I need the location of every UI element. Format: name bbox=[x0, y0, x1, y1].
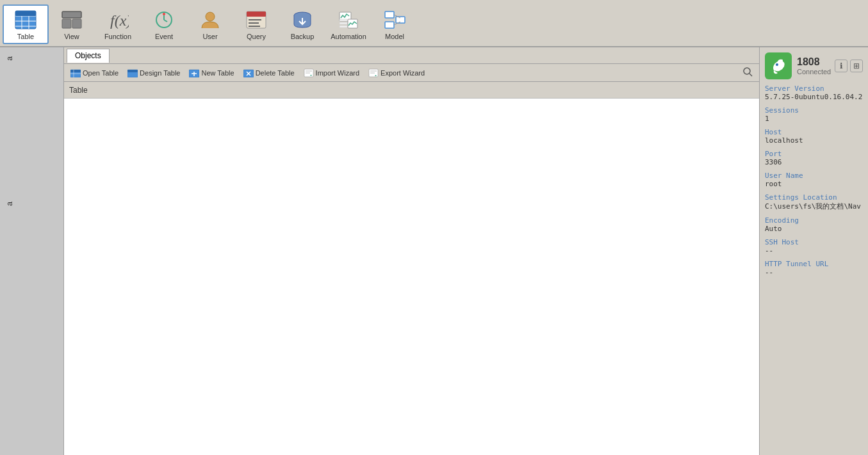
user-name-row: User Name root bbox=[765, 172, 863, 188]
server-version-value: 5.7.25-0ubuntu0.16.04.2 bbox=[765, 93, 863, 101]
svg-text:f(x): f(x) bbox=[110, 12, 129, 29]
content-area: Objects Open Table bbox=[64, 47, 759, 455]
svg-point-53 bbox=[776, 63, 778, 66]
design-table-button[interactable]: Design Table bbox=[124, 67, 184, 79]
user-name-label: User Name bbox=[765, 172, 863, 180]
toolbar-automation-label: Automation bbox=[331, 33, 366, 40]
svg-rect-7 bbox=[62, 12, 81, 18]
table-content-area bbox=[64, 99, 759, 455]
settings-location-value: C:\users\fs\我的文档\Nav bbox=[765, 202, 863, 211]
server-version-row: Server Version 5.7.25-0ubuntu0.16.04.2 bbox=[765, 84, 863, 101]
connection-info: 1808 Connected bbox=[765, 52, 831, 79]
svg-rect-25 bbox=[340, 19, 347, 21]
toolbar-query-label: Query bbox=[247, 33, 266, 40]
toolbar-user[interactable]: User bbox=[187, 4, 233, 44]
http-tunnel-url-label: HTTP Tunnel URL bbox=[765, 260, 863, 268]
backup-icon bbox=[291, 8, 314, 31]
port-row: Port 3306 bbox=[765, 150, 863, 166]
svg-line-52 bbox=[749, 74, 752, 76]
toolbar-view[interactable]: View bbox=[49, 4, 95, 44]
model-icon bbox=[383, 8, 406, 31]
main-layout: a a Objects Open Table bbox=[0, 47, 868, 455]
search-button[interactable] bbox=[739, 65, 757, 80]
sessions-value: 1 bbox=[765, 115, 863, 123]
table-icon bbox=[14, 8, 37, 31]
host-value: localhost bbox=[765, 136, 863, 145]
function-icon: f(x) bbox=[106, 8, 129, 31]
sidebar-item-a2: a bbox=[0, 195, 19, 212]
connection-text: 1808 Connected bbox=[797, 56, 831, 76]
svg-point-15 bbox=[163, 13, 165, 15]
encoding-label: Encoding bbox=[765, 216, 863, 225]
toolbar-backup-label: Backup bbox=[291, 33, 315, 40]
new-table-button[interactable]: New Table bbox=[185, 67, 238, 79]
svg-rect-18 bbox=[247, 12, 266, 17]
toolbar-table-label: Table bbox=[17, 33, 34, 40]
toolbar-model-label: Model bbox=[385, 33, 404, 40]
user-icon bbox=[199, 8, 222, 31]
toolbar-event[interactable]: Event bbox=[141, 4, 187, 44]
toolbar-function[interactable]: f(x) Function bbox=[95, 4, 141, 44]
svg-rect-29 bbox=[385, 22, 394, 28]
tab-objects[interactable]: Objects bbox=[67, 49, 110, 63]
svg-rect-19 bbox=[249, 19, 261, 20]
view-icon bbox=[60, 8, 83, 31]
action-toolbar: Open Table Design Table bbox=[64, 64, 759, 82]
query-icon bbox=[245, 8, 268, 31]
automation-icon bbox=[337, 8, 360, 31]
new-table-icon bbox=[189, 68, 199, 78]
info-panel: 1808 Connected ℹ ⊞ Server Version 5.7.25… bbox=[759, 47, 868, 455]
svg-point-16 bbox=[206, 12, 215, 21]
breadcrumb-table: Table bbox=[69, 86, 88, 95]
breadcrumb-bar: Table bbox=[64, 82, 759, 99]
settings-location-row: Settings Location C:\users\fs\我的文档\Nav bbox=[765, 193, 863, 211]
sidebar-item-a1: a bbox=[0, 50, 19, 67]
ssh-host-label: SSH Host bbox=[765, 238, 863, 246]
svg-rect-20 bbox=[249, 22, 259, 24]
svg-rect-38 bbox=[127, 70, 138, 72]
object-tabs: Objects bbox=[64, 47, 759, 64]
sessions-row: Sessions 1 bbox=[765, 106, 863, 123]
encoding-row: Encoding Auto bbox=[765, 216, 863, 233]
export-wizard-icon bbox=[368, 68, 379, 78]
sidebar: a a bbox=[0, 47, 64, 455]
server-version-label: Server Version bbox=[765, 84, 863, 93]
delete-table-icon bbox=[243, 68, 254, 78]
user-name-value: root bbox=[765, 180, 863, 188]
toolbar-view-label: View bbox=[64, 33, 79, 40]
toolbar-table[interactable]: Table bbox=[3, 4, 49, 44]
host-row: Host localhost bbox=[765, 128, 863, 145]
toolbar-event-label: Event bbox=[155, 33, 173, 40]
main-toolbar: Table View f(x) Function bbox=[0, 3, 868, 47]
svg-line-14 bbox=[164, 20, 167, 22]
svg-rect-34 bbox=[70, 70, 81, 72]
sessions-label: Sessions bbox=[765, 106, 863, 115]
toolbar-query[interactable]: Query bbox=[233, 4, 279, 44]
http-tunnel-url-row: HTTP Tunnel URL -- bbox=[765, 260, 863, 276]
settings-location-label: Settings Location bbox=[765, 193, 863, 202]
port-value: 3306 bbox=[765, 158, 863, 166]
svg-rect-6 bbox=[15, 11, 36, 16]
svg-point-51 bbox=[744, 68, 750, 74]
grid-button[interactable]: ⊞ bbox=[850, 60, 863, 72]
info-button[interactable]: ℹ bbox=[835, 60, 848, 72]
export-wizard-button[interactable]: Export Wizard bbox=[364, 67, 429, 79]
encoding-value: Auto bbox=[765, 225, 863, 233]
toolbar-model[interactable]: Model bbox=[372, 4, 418, 44]
open-table-icon bbox=[70, 68, 81, 78]
toolbar-automation[interactable]: Automation bbox=[325, 4, 372, 44]
open-table-button[interactable]: Open Table bbox=[67, 67, 122, 79]
svg-rect-28 bbox=[385, 12, 394, 18]
svg-rect-9 bbox=[72, 19, 81, 28]
import-wizard-button[interactable]: Import Wizard bbox=[300, 67, 363, 79]
info-panel-icons: ℹ ⊞ bbox=[835, 60, 863, 72]
svg-rect-27 bbox=[340, 26, 347, 28]
delete-table-button[interactable]: Delete Table bbox=[240, 67, 299, 79]
toolbar-backup[interactable]: Backup bbox=[279, 4, 325, 44]
host-label: Host bbox=[765, 128, 863, 136]
port-label: Port bbox=[765, 150, 863, 158]
toolbar-user-label: User bbox=[202, 33, 217, 40]
svg-rect-21 bbox=[249, 26, 260, 27]
http-tunnel-url-value: -- bbox=[765, 268, 863, 276]
event-icon bbox=[152, 8, 176, 31]
